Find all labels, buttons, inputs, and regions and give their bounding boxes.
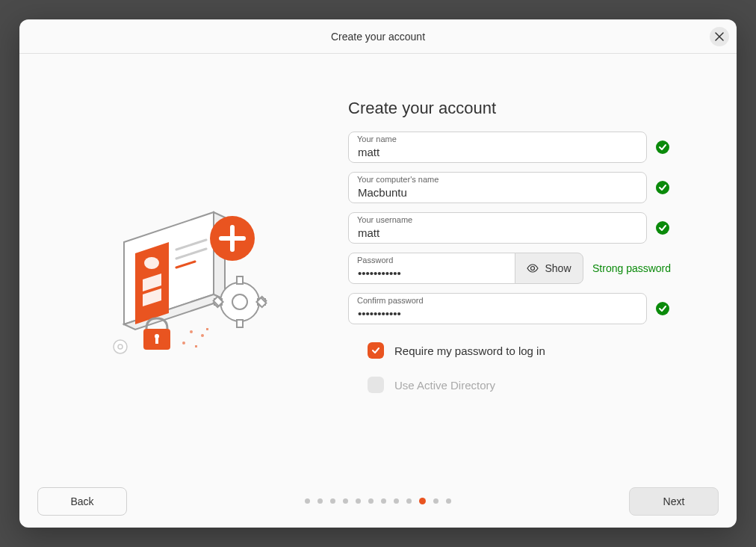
step-dot	[368, 498, 374, 504]
close-icon	[715, 32, 724, 41]
show-label: Show	[545, 262, 571, 274]
name-row: Your name	[348, 132, 692, 163]
confirm-field-wrapper: Confirm password	[348, 293, 647, 324]
svg-point-22	[182, 342, 185, 344]
computer-input[interactable]	[348, 172, 647, 203]
active-directory-row: Use Active Directory	[368, 377, 692, 393]
check-icon	[656, 181, 669, 194]
active-directory-label: Use Active Directory	[394, 379, 495, 392]
step-dot	[433, 498, 439, 504]
show-password-button[interactable]: Show	[515, 253, 583, 284]
require-password-row: Require my password to log in	[368, 342, 692, 359]
illustration-panel	[49, 99, 333, 460]
form-panel: Create your account Your name Your compu…	[333, 99, 707, 460]
svg-point-0	[144, 257, 159, 269]
check-icon	[656, 221, 669, 235]
password-field-wrapper: Password Show	[348, 253, 583, 284]
step-dot	[305, 498, 310, 504]
username-row: Your username	[348, 212, 692, 244]
confirm-row: Confirm password	[348, 293, 692, 324]
svg-point-20	[190, 330, 193, 333]
step-dot	[330, 498, 335, 504]
window-title: Create your account	[331, 31, 425, 43]
svg-point-26	[656, 181, 669, 194]
step-dot	[406, 498, 412, 504]
step-dot	[356, 498, 361, 504]
password-strength: Strong password	[592, 262, 671, 274]
svg-rect-10	[237, 320, 243, 327]
svg-point-27	[656, 221, 669, 235]
username-input[interactable]	[348, 212, 647, 244]
close-button[interactable]	[710, 27, 729, 46]
username-field-wrapper: Your username	[348, 212, 647, 244]
computer-row: Your computer's name	[348, 172, 692, 203]
step-dots	[305, 498, 451, 504]
footer: Back Next	[19, 475, 737, 528]
step-dot	[317, 498, 323, 504]
require-password-checkbox[interactable]	[368, 342, 384, 359]
password-input[interactable]	[348, 253, 515, 284]
confirm-input[interactable]	[348, 293, 647, 324]
computer-field-wrapper: Your computer's name	[348, 172, 647, 203]
checkmark-icon	[371, 345, 381, 356]
svg-point-28	[531, 267, 535, 271]
name-input[interactable]	[348, 132, 647, 163]
svg-point-24	[118, 344, 123, 349]
next-button[interactable]: Next	[629, 487, 719, 516]
name-field-wrapper: Your name	[348, 132, 647, 163]
svg-point-25	[656, 140, 669, 154]
svg-point-29	[656, 302, 669, 315]
step-dot	[343, 498, 348, 504]
back-button[interactable]: Back	[37, 487, 127, 516]
require-password-label: Require my password to log in	[394, 344, 545, 357]
svg-point-21	[201, 334, 204, 337]
account-illustration-icon	[94, 182, 288, 377]
eye-icon	[527, 262, 539, 274]
page-title: Create your account	[348, 99, 692, 118]
step-dot	[381, 498, 386, 504]
active-directory-checkbox	[368, 377, 384, 393]
password-row: Password Show Strong password	[348, 253, 692, 284]
step-dot	[419, 498, 426, 504]
check-icon	[656, 140, 669, 154]
svg-rect-9	[237, 276, 243, 284]
check-icon	[656, 302, 669, 315]
step-dot	[446, 498, 451, 504]
content-area: Create your account Your name Your compu…	[19, 54, 737, 475]
svg-point-8	[232, 294, 247, 309]
titlebar: Create your account	[19, 19, 737, 54]
svg-rect-19	[155, 338, 158, 344]
installer-window: Create your account	[19, 19, 737, 528]
step-dot	[394, 498, 399, 504]
